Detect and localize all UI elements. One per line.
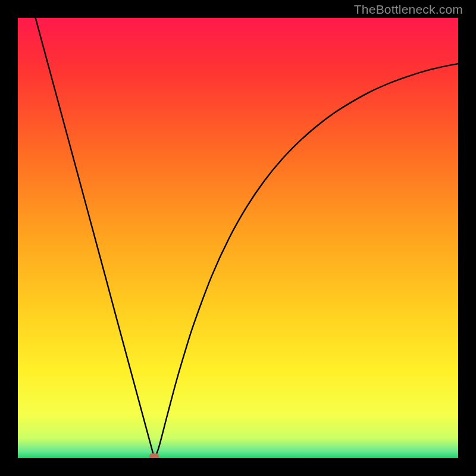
- plot-area: [18, 18, 458, 458]
- attribution-text: TheBottleneck.com: [354, 2, 463, 17]
- bottleneck-curve: [36, 18, 458, 458]
- curve-layer: [18, 18, 458, 458]
- chart-frame: TheBottleneck.com: [0, 0, 476, 476]
- minimum-marker: [149, 453, 159, 458]
